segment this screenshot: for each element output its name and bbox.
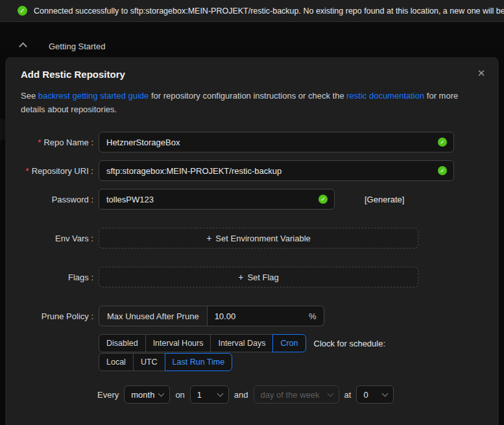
clock-group: Local UTC Last Run Time <box>99 353 385 371</box>
valid-check-icon: ✓ <box>438 166 447 175</box>
schedule-mode-group: Disabled Interval Hours Interval Days Cr… <box>99 334 306 352</box>
repo-uri-value: sftp:storagebox:MEIN-PROJEKT/restic-back… <box>106 166 282 176</box>
collapse-icon[interactable] <box>19 42 27 51</box>
plus-icon: + <box>238 272 243 282</box>
plus-icon: + <box>206 233 211 243</box>
schedule-mode-cron[interactable]: Cron <box>272 334 306 352</box>
prune-addon-label: Max Unused After Prune <box>99 306 208 326</box>
repo-name-row: *Repo Name : HetznerStorageBox ✓ <box>21 132 483 152</box>
add-repo-modal: Add Restic Repository ✕ See backrest get… <box>5 57 499 425</box>
clock-local[interactable]: Local <box>99 353 134 371</box>
clock-utc[interactable]: UTC <box>133 353 165 371</box>
repo-uri-row: *Repository URI : sftp:storagebox:MEIN-P… <box>21 160 483 181</box>
screen: ✓ Connected successfully to sftp:storage… <box>0 0 504 425</box>
repo-uri-label: *Repository URI : <box>21 166 99 176</box>
schedule-mode-interval-days[interactable]: Interval Days <box>210 334 273 352</box>
schedule-row: Disabled Interval Hours Interval Days Cr… <box>21 334 483 371</box>
password-label: Password : <box>21 195 99 204</box>
password-row: Password : tollesPW123 ✓ [Generate] <box>21 189 483 210</box>
password-input[interactable]: tollesPW123 ✓ <box>99 189 335 210</box>
chevron-down-icon <box>327 390 333 396</box>
day-of-month-value: 1 <box>197 390 202 400</box>
clock-last-run-time[interactable]: Last Run Time <box>165 353 233 371</box>
period-select[interactable]: month <box>124 385 170 404</box>
hour-select[interactable]: 0 <box>356 385 394 404</box>
repo-uri-input[interactable]: sftp:storagebox:MEIN-PROJEKT/restic-back… <box>99 160 454 181</box>
password-value: tollesPW123 <box>106 195 154 204</box>
required-icon: * <box>26 166 29 176</box>
intro-text: See backrest getting started guide for r… <box>21 89 483 116</box>
day-of-month-select[interactable]: 1 <box>190 385 229 404</box>
flags-label: Flags : <box>21 273 99 282</box>
modal-title: Add Restic Repository <box>21 69 483 80</box>
max-unused-value: 10.00 <box>215 311 236 321</box>
clock-caption: Clock for schedule: <box>314 339 386 348</box>
schedule-mode-interval-hours[interactable]: Interval Hours <box>145 334 211 352</box>
valid-check-icon: ✓ <box>318 195 328 204</box>
add-env-var-label: Set Environment Variable <box>215 234 310 243</box>
period-value: month <box>131 390 154 400</box>
chevron-down-icon <box>158 390 165 396</box>
generate-password-button[interactable]: [Generate] <box>365 195 404 204</box>
intro-mid: for repository configuration instruction… <box>149 91 346 101</box>
day-of-week-placeholder: day of the week <box>261 390 320 400</box>
prune-input-group: Max Unused After Prune 10.00 % <box>99 306 324 326</box>
hour-value: 0 <box>363 390 368 400</box>
prune-policy-row: Prune Policy : Max Unused After Prune 10… <box>21 306 483 326</box>
every-label: Every <box>97 390 119 400</box>
add-flag-button[interactable]: + Set Flag <box>99 267 418 287</box>
schedule-mode-row: Disabled Interval Hours Interval Days Cr… <box>99 334 385 352</box>
repo-name-value: HetznerStorageBox <box>106 138 180 147</box>
add-env-var-button[interactable]: + Set Environment Variable <box>99 228 418 249</box>
getting-started-guide-link[interactable]: backrest getting started guide <box>38 91 149 101</box>
chevron-down-icon <box>382 390 389 396</box>
repo-form: *Repo Name : HetznerStorageBox ✓ *Reposi… <box>21 132 483 404</box>
repo-name-label: *Repo Name : <box>21 138 99 147</box>
repo-name-input[interactable]: HetznerStorageBox ✓ <box>99 132 454 152</box>
on-label: on <box>175 390 184 400</box>
required-icon: * <box>38 138 41 147</box>
at-label: at <box>344 390 352 400</box>
add-flag-label: Set Flag <box>247 273 278 282</box>
env-vars-row: Env Vars : + Set Environment Variable <box>21 228 483 249</box>
percent-suffix: % <box>309 311 317 321</box>
intro-pre: See <box>21 91 38 101</box>
valid-check-icon: ✓ <box>438 138 447 147</box>
and-label: and <box>234 390 248 400</box>
max-unused-input[interactable]: 10.00 % <box>208 306 324 326</box>
close-icon[interactable]: ✕ <box>474 66 489 81</box>
day-of-week-select: day of the week <box>254 385 339 404</box>
toast-message: Connected successfully to sftp:storagebo… <box>34 6 504 16</box>
schedule-block: Disabled Interval Hours Interval Days Cr… <box>99 334 385 371</box>
prune-policy-label: Prune Policy : <box>21 311 99 321</box>
connection-toast: ✓ Connected successfully to sftp:storage… <box>0 0 504 22</box>
cron-row: Every month on 1 and day of the week at <box>21 385 483 404</box>
schedule-mode-disabled[interactable]: Disabled <box>99 334 146 352</box>
flags-row: Flags : + Set Flag <box>21 267 483 287</box>
env-vars-label: Env Vars : <box>21 234 99 243</box>
chevron-down-icon <box>217 390 223 396</box>
success-icon: ✓ <box>18 6 27 16</box>
tab-getting-started[interactable]: Getting Started <box>49 42 105 51</box>
restic-docs-link[interactable]: restic documentation <box>346 91 424 101</box>
